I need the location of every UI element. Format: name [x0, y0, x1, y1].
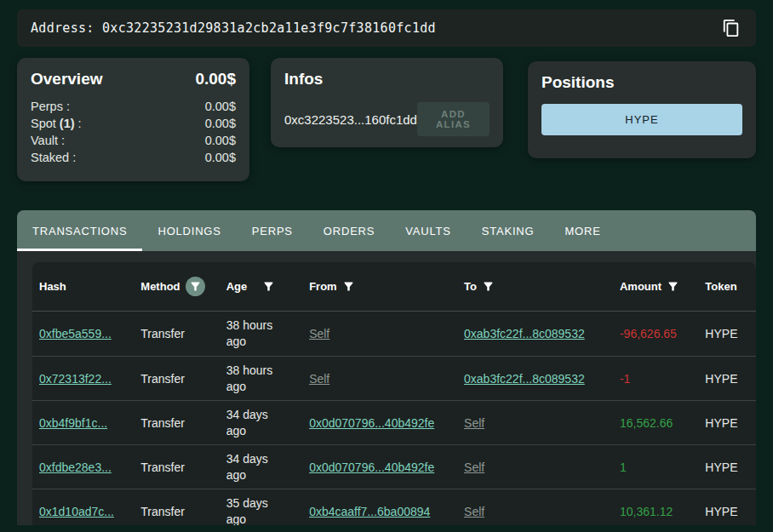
column-header-token: Token [705, 280, 756, 293]
table-row: 0xfbe5a559... Transfer 38 hours ago Self… [32, 312, 756, 356]
hash-link[interactable]: 0xfbe5a559... [39, 327, 112, 340]
infos-short-address: 0xc3223523...160fc1dd [284, 112, 417, 127]
to-link[interactable]: Self [464, 416, 484, 430]
method-cell: Transfer [140, 327, 226, 340]
position-hype-button[interactable]: HYPE [541, 104, 742, 135]
column-header-hash: Hash [36, 280, 140, 293]
infos-title: Infos [284, 70, 490, 89]
table-row: 0x1d10ad7c... Transfer 35 days ago 0xb4c… [32, 489, 756, 525]
token-cell: HYPE [705, 327, 756, 340]
column-header-to: To [464, 280, 620, 293]
add-alias-button[interactable]: ADD ALIAS [417, 102, 490, 136]
address-prefix: Address: [31, 20, 102, 36]
hash-link[interactable]: 0xb4f9bf1c... [39, 416, 107, 430]
positions-title: Positions [541, 73, 742, 92]
tab-transactions[interactable]: TRANSACTIONS [17, 210, 142, 251]
overview-row-vault: Vault : 0.00$ [31, 132, 236, 149]
transactions-table: Hash Method Age From To Amount [32, 262, 756, 525]
from-link[interactable]: 0x0d070796...40b492fe [309, 416, 434, 430]
filter-icon-to[interactable] [482, 280, 495, 293]
amount-cell: -96,626.65 [620, 327, 705, 340]
hash-link[interactable]: 0x72313f22... [39, 372, 112, 386]
overview-row-value: 0.00$ [205, 149, 236, 166]
age-cell: 34 days ago [226, 451, 309, 483]
tab-more[interactable]: MORE [549, 210, 616, 251]
method-cell: Transfer [140, 372, 226, 386]
overview-row-staked: Staked : 0.00$ [31, 149, 236, 166]
overview-row-label: Vault : [31, 132, 65, 149]
overview-row-perps: Perps : 0.00$ [31, 98, 236, 115]
hash-link[interactable]: 0x1d10ad7c... [39, 505, 114, 518]
amount-cell: 10,361.12 [620, 505, 705, 518]
table-row: 0xfdbe28e3... Transfer 34 days ago 0x0d0… [32, 444, 756, 489]
from-link[interactable]: 0xb4caaff7...6ba00894 [309, 505, 430, 518]
age-cell: 38 hours ago [226, 317, 309, 350]
age-cell: 35 days ago [226, 495, 309, 526]
address-bar: Address: 0xc32235231d29831a2cb2a11e3f9c7… [17, 9, 756, 47]
token-cell: HYPE [705, 372, 756, 386]
infos-card: Infos 0xc3223523...160fc1dd ADD ALIAS [271, 58, 503, 147]
method-cell: Transfer [140, 460, 226, 474]
from-link[interactable]: Self [309, 372, 329, 386]
tab-holdings[interactable]: HOLDINGS [142, 210, 236, 251]
tab-vaults[interactable]: VAULTS [390, 210, 466, 251]
overview-row-value: 0.00$ [205, 98, 236, 115]
overview-card: Overview 0.00$ Perps : 0.00$ Spot (1) : … [17, 58, 249, 181]
method-cell: Transfer [140, 505, 226, 518]
age-cell: 38 hours ago [226, 363, 309, 395]
overview-row-value: 0.00$ [205, 115, 236, 132]
to-link[interactable]: 0xab3fc22f...8c089532 [464, 327, 585, 340]
address-value: 0xc32235231d29831a2cb2a11e3f9c7f38160fc1… [102, 20, 436, 36]
copy-address-button[interactable] [720, 17, 742, 39]
filter-icon-amount[interactable] [667, 280, 679, 293]
to-link[interactable]: 0xab3fc22f...8c089532 [464, 372, 585, 386]
amount-cell: 1 [620, 460, 705, 474]
method-cell: Transfer [140, 416, 226, 430]
overview-row-label: Perps : [31, 98, 70, 115]
column-header-from: From [309, 280, 464, 293]
table-row: 0x72313f22... Transfer 38 hours ago Self… [32, 356, 756, 400]
from-link[interactable]: Self [309, 327, 329, 340]
tab-bar: TRANSACTIONS HOLDINGS PERPS ORDERS VAULT… [17, 210, 756, 251]
address-label: Address: 0xc32235231d29831a2cb2a11e3f9c7… [31, 20, 436, 36]
token-cell: HYPE [705, 460, 756, 474]
filter-icon-from[interactable] [342, 280, 355, 293]
from-link[interactable]: 0x0d070796...40b492fe [309, 460, 434, 474]
token-cell: HYPE [705, 505, 756, 518]
table-header-row: Hash Method Age From To Amount [32, 262, 756, 312]
overview-row-value: 0.00$ [205, 132, 236, 149]
table-row: 0xb4f9bf1c... Transfer 34 days ago 0x0d0… [32, 400, 756, 444]
overview-title: Overview [31, 70, 103, 89]
tab-perps[interactable]: PERPS [237, 210, 308, 251]
token-cell: HYPE [705, 416, 756, 430]
column-header-amount: Amount [620, 280, 705, 293]
overview-row-label: Staked : [31, 149, 76, 166]
overview-row-label: Spot (1) : [31, 115, 82, 132]
amount-cell: 16,562.66 [620, 416, 705, 430]
column-header-method: Method [140, 277, 226, 296]
filter-icon-method[interactable] [186, 277, 205, 296]
main-panel: TRANSACTIONS HOLDINGS PERPS ORDERS VAULT… [17, 210, 756, 525]
column-header-age: Age [226, 280, 309, 293]
overview-total-value: 0.00$ [195, 70, 236, 89]
filter-icon-age[interactable] [262, 280, 275, 293]
positions-card: Positions HYPE [528, 61, 756, 158]
amount-cell: -1 [620, 372, 705, 386]
to-link[interactable]: Self [464, 460, 484, 474]
tab-orders[interactable]: ORDERS [308, 210, 390, 251]
overview-row-spot: Spot (1) : 0.00$ [31, 115, 236, 132]
tab-staking[interactable]: STAKING [467, 210, 550, 251]
age-cell: 34 days ago [226, 407, 309, 439]
copy-icon [722, 19, 741, 37]
to-link[interactable]: Self [464, 505, 484, 518]
hash-link[interactable]: 0xfdbe28e3... [39, 460, 112, 474]
